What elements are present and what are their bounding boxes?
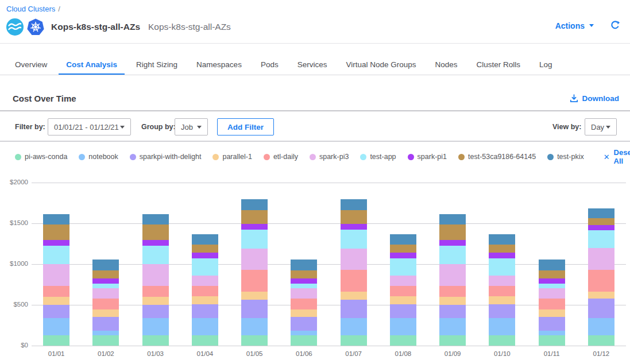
bar-segment-test-53ca9186-64145[interactable] <box>241 210 268 224</box>
bar-segment-test-pkix[interactable] <box>489 234 515 245</box>
bar-segment-test-app[interactable] <box>192 258 218 276</box>
bar-segment-test-pkix[interactable] <box>291 260 317 270</box>
bar-segment-test-app[interactable] <box>341 230 367 249</box>
tab-pods[interactable]: Pods <box>253 55 286 75</box>
stacked-bar-01-11[interactable] <box>539 260 565 346</box>
bar-segment-sparkpi-with-delight[interactable] <box>390 304 416 318</box>
bar-segment-test-53ca9186-64145[interactable] <box>539 270 565 278</box>
bar-segment-pi-aws-conda[interactable] <box>588 335 614 346</box>
tab-services[interactable]: Services <box>290 55 335 75</box>
bar-segment-parallel-1[interactable] <box>539 309 565 317</box>
bar-segment-notebook[interactable] <box>291 331 317 335</box>
bar-segment-etl-daily[interactable] <box>192 286 218 296</box>
bar-segment-sparkpi-with-delight[interactable] <box>489 304 515 318</box>
bar-segment-test-app[interactable] <box>43 246 69 264</box>
tab-cluster-rolls[interactable]: Cluster Rolls <box>469 55 528 75</box>
bar-segment-sparkpi-with-delight[interactable] <box>291 317 317 331</box>
bar-segment-parallel-1[interactable] <box>439 297 466 305</box>
bar-segment-notebook[interactable] <box>241 318 268 335</box>
legend-item-test-app[interactable]: test-app <box>360 153 396 161</box>
bar-segment-test-pkix[interactable] <box>142 214 169 224</box>
bar-segment-etl-daily[interactable] <box>241 270 268 292</box>
stacked-bar-01-05[interactable] <box>241 199 268 346</box>
bar-segment-spark-pi1[interactable] <box>142 240 169 246</box>
stacked-bar-01-01[interactable] <box>43 214 69 346</box>
bar-segment-etl-daily[interactable] <box>439 286 466 297</box>
stacked-bar-01-04[interactable] <box>192 234 218 346</box>
bar-segment-sparkpi-with-delight[interactable] <box>439 305 466 318</box>
bar-segment-spark-pi3[interactable] <box>341 249 367 270</box>
bar-segment-test-53ca9186-64145[interactable] <box>390 245 416 253</box>
bar-segment-pi-aws-conda[interactable] <box>43 335 69 346</box>
bar-segment-notebook[interactable] <box>439 318 466 335</box>
bar-segment-spark-pi3[interactable] <box>539 288 565 299</box>
bar-segment-test-53ca9186-64145[interactable] <box>192 245 218 253</box>
bar-segment-spark-pi3[interactable] <box>588 248 614 270</box>
view-by-select[interactable]: Day <box>585 118 617 135</box>
bar-segment-etl-daily[interactable] <box>43 286 69 297</box>
bar-segment-etl-daily[interactable] <box>489 286 515 296</box>
legend-item-parallel-1[interactable]: parallel-1 <box>212 153 252 161</box>
bar-segment-spark-pi1[interactable] <box>43 240 69 246</box>
bar-segment-test-app[interactable] <box>241 230 268 249</box>
bar-segment-notebook[interactable] <box>43 318 69 335</box>
legend-item-spark-pi3[interactable]: spark-pi3 <box>310 153 349 161</box>
bar-segment-spark-pi1[interactable] <box>539 278 565 284</box>
bar-segment-spark-pi3[interactable] <box>92 288 119 299</box>
bar-segment-etl-daily[interactable] <box>92 299 119 309</box>
bar-segment-sparkpi-with-delight[interactable] <box>92 317 119 331</box>
stacked-bar-01-07[interactable] <box>341 199 367 346</box>
breadcrumb-link-cloud-clusters[interactable]: Cloud Clusters <box>6 5 55 13</box>
bar-segment-test-pkix[interactable] <box>241 199 268 210</box>
add-filter-button[interactable]: Add Filter <box>217 118 274 135</box>
bar-segment-spark-pi3[interactable] <box>291 288 317 299</box>
bar-segment-test-53ca9186-64145[interactable] <box>142 224 169 240</box>
bar-segment-pi-aws-conda[interactable] <box>489 335 515 346</box>
bar-segment-test-app[interactable] <box>539 284 565 288</box>
bar-segment-parallel-1[interactable] <box>241 292 268 300</box>
bar-segment-pi-aws-conda[interactable] <box>439 335 466 346</box>
tab-namespaces[interactable]: Namespaces <box>189 55 249 75</box>
bar-segment-test-pkix[interactable] <box>192 234 218 245</box>
bar-segment-parallel-1[interactable] <box>390 296 416 304</box>
bar-segment-pi-aws-conda[interactable] <box>142 335 169 346</box>
bar-segment-test-app[interactable] <box>291 284 317 288</box>
bar-segment-etl-daily[interactable] <box>341 270 367 292</box>
legend-item-sparkpi-with-delight[interactable]: sparkpi-with-delight <box>130 153 202 161</box>
bar-segment-test-app[interactable] <box>588 230 614 248</box>
bar-segment-notebook[interactable] <box>489 318 515 335</box>
bar-segment-spark-pi3[interactable] <box>489 276 515 286</box>
bar-segment-test-53ca9186-64145[interactable] <box>489 245 515 253</box>
bar-segment-notebook[interactable] <box>192 318 218 335</box>
bar-segment-spark-pi3[interactable] <box>43 264 69 286</box>
legend-item-test-53ca9186-64145[interactable]: test-53ca9186-64145 <box>458 153 536 161</box>
bar-segment-pi-aws-conda[interactable] <box>341 335 367 346</box>
date-range-select[interactable]: 01/01/21 - 01/12/21 <box>48 118 131 135</box>
bar-segment-spark-pi1[interactable] <box>439 240 466 246</box>
bar-segment-spark-pi3[interactable] <box>439 264 466 286</box>
bar-segment-notebook[interactable] <box>390 318 416 335</box>
bar-segment-sparkpi-with-delight[interactable] <box>43 305 69 318</box>
stacked-bar-01-12[interactable] <box>588 208 614 346</box>
legend-item-spark-pi1[interactable]: spark-pi1 <box>408 153 447 161</box>
bar-segment-test-53ca9186-64145[interactable] <box>291 270 317 278</box>
bar-segment-sparkpi-with-delight[interactable] <box>588 299 614 319</box>
bar-segment-test-53ca9186-64145[interactable] <box>43 224 69 240</box>
bar-segment-pi-aws-conda[interactable] <box>192 335 218 346</box>
bar-segment-spark-pi3[interactable] <box>192 276 218 286</box>
actions-button[interactable]: Actions <box>555 21 594 30</box>
tab-overview[interactable]: Overview <box>7 55 55 75</box>
bar-segment-sparkpi-with-delight[interactable] <box>192 304 218 318</box>
bar-segment-notebook[interactable] <box>588 318 614 335</box>
bar-segment-pi-aws-conda[interactable] <box>92 335 119 346</box>
bar-segment-etl-daily[interactable] <box>588 270 614 292</box>
bar-segment-parallel-1[interactable] <box>192 296 218 304</box>
bar-segment-spark-pi1[interactable] <box>92 278 119 284</box>
bar-segment-test-53ca9186-64145[interactable] <box>341 210 367 224</box>
refresh-button[interactable] <box>610 21 620 30</box>
legend-item-etl-daily[interactable]: etl-daily <box>264 153 298 161</box>
bar-segment-test-app[interactable] <box>92 284 119 288</box>
bar-segment-notebook[interactable] <box>142 318 169 335</box>
tab-nodes[interactable]: Nodes <box>428 55 465 75</box>
stacked-bar-01-09[interactable] <box>439 214 466 346</box>
